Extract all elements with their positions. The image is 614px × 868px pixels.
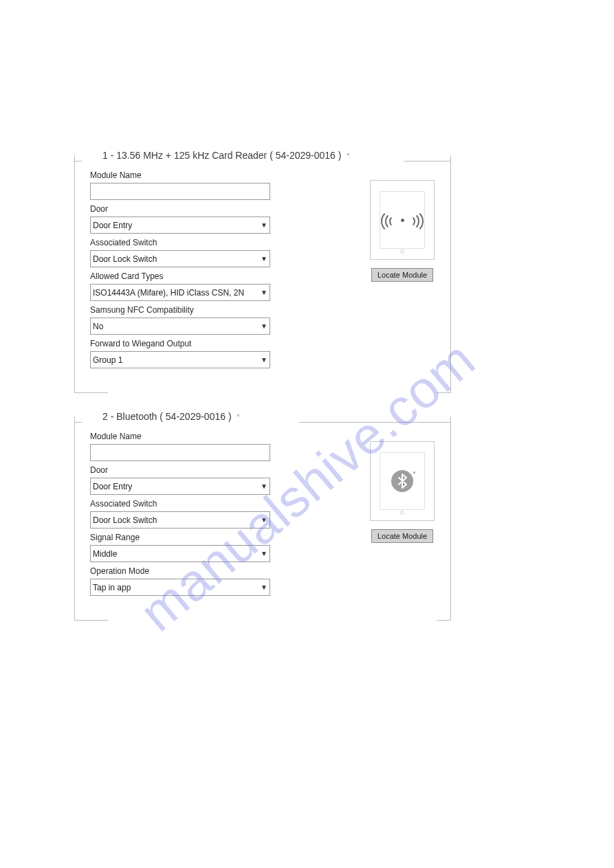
bluetooth-icon [391, 470, 413, 492]
module-title-text: 1 - 13.56 MHz + 125 kHz Card Reader ( 54… [102, 150, 341, 161]
samsung-nfc-select[interactable]: No ▼ [90, 318, 270, 335]
chevron-down-icon: ▼ [261, 322, 267, 330]
locate-module-button[interactable]: Locate Module [371, 529, 433, 543]
select-value: Door Entry [93, 482, 132, 491]
module-card-reader: 1 - 13.56 MHz + 125 kHz Card Reader ( 54… [74, 150, 451, 393]
field-label: Module Name [90, 170, 266, 180]
field-signal-range: Signal Range Middle ▼ [90, 533, 266, 562]
field-allowed-card-types: Allowed Card Types ISO14443A (Mifare), H… [90, 271, 266, 301]
signal-range-select[interactable]: Middle ▼ [90, 545, 270, 562]
field-label: Associated Switch [90, 238, 266, 247]
field-label: Door [90, 204, 266, 214]
select-value: Door Lock Switch [93, 254, 157, 264]
module-preview-panel: Locate Module [369, 441, 435, 543]
module-title[interactable]: 1 - 13.56 MHz + 125 kHz Card Reader ( 54… [98, 150, 354, 161]
chevron-down-icon: ▼ [261, 255, 267, 263]
field-label: Samsung NFC Compatibility [90, 305, 266, 315]
chevron-down-icon: ▼ [261, 289, 267, 296]
chevron-down-icon: ▼ [261, 356, 267, 364]
select-value: No [93, 322, 103, 331]
chevron-down-icon: ˅ [237, 414, 240, 421]
select-value: Group 1 [93, 355, 122, 365]
locate-module-button[interactable]: Locate Module [371, 268, 433, 282]
page: manualshive.com 1 - 13.56 MHz + 125 kHz … [0, 0, 614, 868]
forward-wiegand-select[interactable]: Group 1 ▼ [90, 351, 270, 368]
field-door: Door Door Entry ▼ [90, 204, 266, 234]
module-bluetooth: 2 - Bluetooth ( 54-2029-0016 ) ˅ Module … [74, 411, 451, 621]
door-select[interactable]: Door Entry ▼ [90, 216, 270, 234]
field-module-name: Module Name [90, 170, 266, 200]
module-preview-panel: Locate Module [369, 180, 435, 282]
form-column: Module Name Door Door Entry ▼ Associated… [90, 170, 266, 368]
field-label: Signal Range [90, 533, 266, 542]
field-label: Allowed Card Types [90, 271, 266, 281]
module-stack: 1 - 13.56 MHz + 125 kHz Card Reader ( 54… [74, 150, 451, 621]
select-value: Door Lock Switch [93, 515, 157, 525]
chevron-down-icon: ▼ [261, 583, 267, 591]
associated-switch-select[interactable]: Door Lock Switch ▼ [90, 511, 270, 528]
field-label: Module Name [90, 432, 266, 441]
associated-switch-select[interactable]: Door Lock Switch ▼ [90, 250, 270, 267]
device-frame [370, 180, 435, 260]
module-title-text: 2 - Bluetooth ( 54-2029-0016 ) [102, 411, 232, 422]
field-label: Door [90, 465, 266, 475]
chevron-down-icon: ˅ [347, 153, 350, 160]
device-inner [380, 452, 425, 510]
chevron-down-icon: ▼ [261, 221, 267, 229]
field-forward-wiegand: Forward to Wiegand Output Group 1 ▼ [90, 339, 266, 368]
module-name-input[interactable] [90, 183, 270, 200]
chevron-down-icon: ▼ [261, 516, 267, 524]
field-associated-switch: Associated Switch Door Lock Switch ▼ [90, 499, 266, 528]
select-value: Door Entry [93, 221, 132, 230]
chevron-down-icon: ▼ [261, 550, 267, 557]
field-module-name: Module Name [90, 432, 266, 461]
select-value: Tap in app [93, 583, 131, 592]
module-name-input[interactable] [90, 444, 270, 461]
field-label: Forward to Wiegand Output [90, 339, 266, 348]
form-column: Module Name Door Door Entry ▼ Associated… [90, 432, 266, 596]
operation-mode-select[interactable]: Tap in app ▼ [90, 579, 270, 596]
module-title[interactable]: 2 - Bluetooth ( 54-2029-0016 ) ˅ [98, 411, 244, 422]
field-door: Door Door Entry ▼ [90, 465, 266, 495]
door-select[interactable]: Door Entry ▼ [90, 478, 270, 495]
select-value: ISO14443A (Mifare), HID iClass CSN, 2N [93, 288, 244, 298]
device-frame [370, 441, 435, 521]
field-associated-switch: Associated Switch Door Lock Switch ▼ [90, 238, 266, 267]
field-operation-mode: Operation Mode Tap in app ▼ [90, 566, 266, 596]
device-inner [380, 191, 425, 249]
field-label: Operation Mode [90, 566, 266, 576]
chevron-down-icon: ▼ [261, 482, 267, 490]
select-value: Middle [93, 549, 117, 559]
nfc-icon [387, 210, 417, 230]
allowed-card-types-select[interactable]: ISO14443A (Mifare), HID iClass CSN, 2N ▼ [90, 284, 270, 301]
field-label: Associated Switch [90, 499, 266, 509]
field-samsung-nfc: Samsung NFC Compatibility No ▼ [90, 305, 266, 335]
